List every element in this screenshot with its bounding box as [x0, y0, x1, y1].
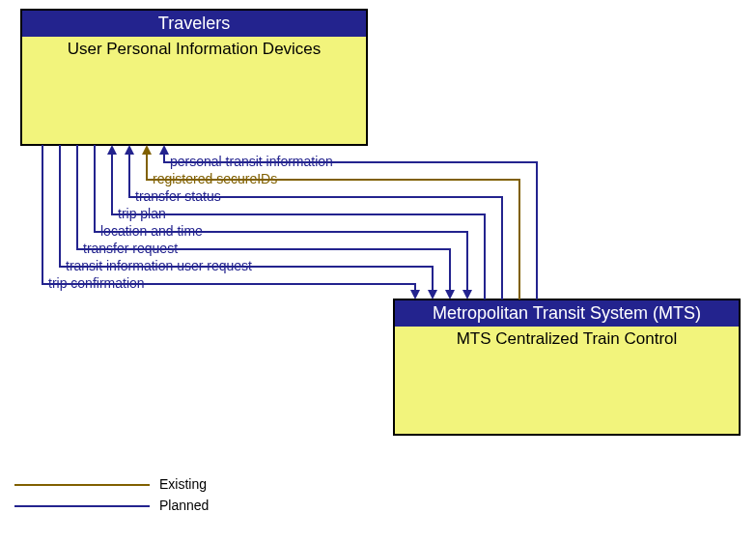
- svg-marker-12: [428, 290, 437, 299]
- svg-marker-11: [445, 290, 455, 299]
- flow-label: location and time: [100, 223, 203, 239]
- legend-existing-label: Existing: [159, 476, 207, 492]
- svg-marker-8: [125, 145, 134, 155]
- svg-marker-6: [159, 145, 169, 155]
- node-mts-body: MTS Centralized Train Control: [457, 329, 678, 348]
- svg-marker-9: [107, 145, 117, 155]
- svg-marker-7: [142, 145, 152, 155]
- svg-marker-10: [462, 290, 472, 299]
- node-mts-header: Metropolitan Transit System (MTS): [433, 303, 701, 323]
- svg-marker-13: [410, 290, 420, 299]
- architecture-diagram: Travelers User Personal Information Devi…: [0, 0, 756, 541]
- flow-label: transit information user request: [66, 258, 252, 273]
- flow-label: trip confirmation: [48, 275, 145, 291]
- flow-label: transfer request: [83, 241, 178, 256]
- legend: Existing Planned: [14, 476, 209, 513]
- flow-label: trip plan: [118, 206, 166, 221]
- legend-planned-label: Planned: [159, 498, 209, 513]
- node-mts: Metropolitan Transit System (MTS) MTS Ce…: [394, 299, 740, 435]
- flow-label: personal transit information: [170, 154, 333, 169]
- node-travelers: Travelers User Personal Information Devi…: [21, 10, 367, 145]
- node-travelers-header: Travelers: [158, 14, 230, 33]
- flow-label: transfer status: [135, 188, 221, 204]
- flow-personal-transit-information: personal transit information: [159, 145, 537, 299]
- node-travelers-body: User Personal Information Devices: [68, 40, 322, 58]
- flow-label: registered secureIDs: [153, 171, 277, 186]
